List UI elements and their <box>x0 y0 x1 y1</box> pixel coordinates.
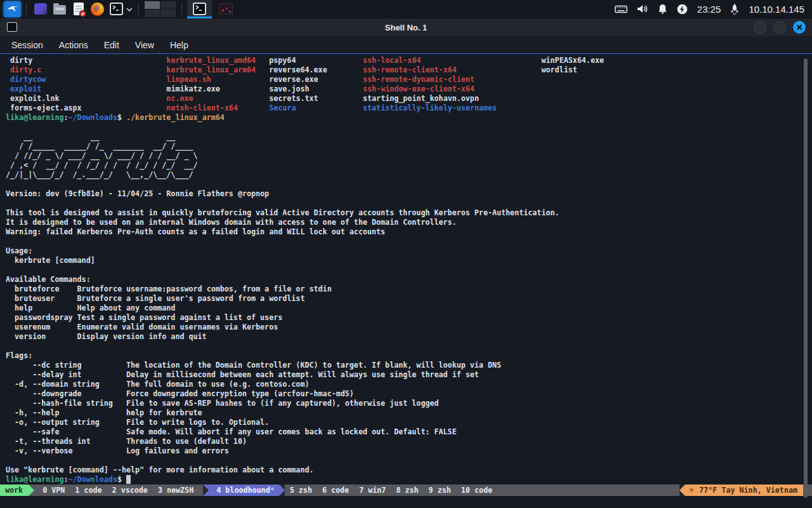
task-terminal-active[interactable] <box>187 0 212 18</box>
volume-icon[interactable] <box>637 4 648 14</box>
terminal-line: -t, --threads int Threads to use (defaul… <box>6 437 812 446</box>
terminal-line: --delay int Delay in millisecond between… <box>6 370 812 380</box>
desktop-1[interactable] <box>145 1 160 9</box>
terminal-line: / //_/ _ \/ ___/ __ \/ ___/ / / / __/ _ … <box>6 151 812 161</box>
menu-item-actions[interactable]: Actions <box>56 39 91 51</box>
tmux-window[interactable]: 5 zsh <box>285 485 317 496</box>
terminal-line: exploit mimikatz.exe save.josh ssh-windo… <box>6 84 812 94</box>
terminal-line: userenum Enumerate valid domain username… <box>6 323 812 332</box>
terminal-line: passwordspray Test a single password aga… <box>6 313 812 323</box>
folder-icon <box>53 5 66 15</box>
terminal-line: / /_____ _____/ /_ _______ __/ /____ <box>6 142 812 151</box>
terminal-line <box>6 342 812 351</box>
powerline-arrow <box>279 485 285 496</box>
terminal-line: Use "kerbrute [command] --help" for more… <box>6 465 812 475</box>
terminal-line: lika@learning:~/Downloads$ ./kerbrute_li… <box>6 113 812 123</box>
terminal-line: Flags: <box>6 351 812 361</box>
terminal-line: --downgrade Force downgraded encryption … <box>6 389 812 399</box>
terminal-line <box>6 237 812 246</box>
top-panel: 23:25 10.10.14.145 <box>0 0 812 18</box>
tmux-window[interactable]: 1 code <box>70 485 107 496</box>
terminal-line <box>6 123 812 132</box>
menu-item-edit[interactable]: Edit <box>102 39 122 51</box>
tmux-window[interactable]: 10 code <box>456 485 497 496</box>
text-editor-launcher[interactable] <box>70 1 87 18</box>
desktop-3[interactable] <box>145 10 160 17</box>
tmux-status-bar: work 0 VPN1 code2 vscode3 newZSH- 4 bloo… <box>0 485 812 496</box>
terminal-line: exploit.lnk nc.exe secrets.txt starting_… <box>6 94 812 104</box>
tmux-weather-segment: ☀ 77°F Tay Ninh, Vietnam <box>679 485 803 496</box>
clock[interactable]: 23:25 <box>697 4 721 15</box>
terminal-line: / ,< / __/ / / /_/ / / / /_/ / /_/ __/ <box>6 161 812 170</box>
terminal-line: Version: dev (9cfb81e) - 11/04/25 - Ronn… <box>6 189 812 199</box>
terminal-line: -o, --output string File to write logs t… <box>6 418 812 427</box>
screen: 23:25 10.10.14.145 Shell No. 1 SessionAc… <box>0 0 812 508</box>
virtual-desktop-pager[interactable] <box>144 1 176 18</box>
vpn-rocket-icon[interactable] <box>730 4 739 15</box>
terminal-line: bruteuser Bruteforce a single user's pas… <box>6 294 812 304</box>
scrollbar[interactable] <box>804 58 808 498</box>
menu-item-help[interactable]: Help <box>167 39 191 51</box>
close-button[interactable] <box>793 21 806 34</box>
terminal-line: It is designed to be used on an internal… <box>6 218 812 227</box>
keyboard-icon[interactable] <box>615 4 627 14</box>
terminal-line: forms-eject.aspx netsh-client-x64 Secura… <box>6 104 812 113</box>
window-controls <box>754 21 806 34</box>
desktop-4[interactable] <box>160 10 176 17</box>
terminal-line: -d, --domain string The full domain to u… <box>6 380 812 389</box>
tmux-window[interactable]: 2 vscode <box>107 485 153 496</box>
terminal-icon <box>193 3 206 15</box>
kali-menu-button[interactable] <box>4 1 21 17</box>
terminal-icon <box>110 3 123 15</box>
terminal-line: --safe Safe mode. Will abort if any user… <box>6 427 812 437</box>
desktop-2[interactable] <box>160 1 176 9</box>
tmux-window[interactable]: 0 VPN <box>37 485 70 496</box>
terminal-line: dirtycow linpeas.sh reverse.exe ssh-remo… <box>6 75 812 84</box>
menubar: SessionActionsEditViewHelp <box>0 36 812 53</box>
power-manager-icon[interactable] <box>677 4 688 15</box>
chevron-down-icon[interactable] <box>126 3 133 15</box>
powerline-arrow <box>203 485 209 496</box>
sun-icon: ☀ <box>688 486 695 495</box>
menu-item-view[interactable]: View <box>133 39 157 51</box>
titlebar[interactable]: Shell No. 1 <box>0 18 812 36</box>
tmux-window[interactable]: 7 win7 <box>354 485 391 496</box>
vpn-ip-address[interactable]: 10.10.14.145 <box>749 4 804 15</box>
minimize-button[interactable] <box>754 21 766 34</box>
window-app-icon <box>34 3 47 15</box>
panel-separator <box>181 3 182 15</box>
terminal-line: __ __ __ <box>6 132 812 142</box>
powerline-arrow <box>29 485 34 496</box>
tmux-session-name[interactable]: work <box>0 485 29 496</box>
terminal-line: bruteforce Bruteforce username:password … <box>6 284 812 294</box>
kali-dragon-icon <box>6 3 18 15</box>
tmux-window[interactable]: 3 newZSH- <box>153 485 203 496</box>
terminal-line: Warning: failed Kerberos Pre-Auth counts… <box>6 227 812 237</box>
file-manager-launcher[interactable] <box>51 1 68 18</box>
terminal-cursor <box>126 475 131 484</box>
terminal-area: dirty kerbrute_linux_amd64 pspy64 ssh-lo… <box>0 53 812 508</box>
maximize-button[interactable] <box>773 21 786 34</box>
menu-item-session[interactable]: Session <box>9 39 46 51</box>
terminal-line <box>6 199 812 208</box>
panel-separator <box>138 3 139 15</box>
kali-undercover-launcher[interactable] <box>32 1 49 18</box>
terminal-line: kerbrute [command] <box>6 256 812 265</box>
terminal-line: dirty kerbrute_linux_amd64 pspy64 ssh-lo… <box>6 56 812 65</box>
terminal-launcher[interactable] <box>108 1 125 18</box>
system-tray: 23:25 10.10.14.145 <box>615 4 804 15</box>
tmux-window-active[interactable]: 4 bloodhound* <box>203 485 285 496</box>
window-title: Shell No. 1 <box>0 23 812 32</box>
panel-separator <box>26 3 27 15</box>
firefox-icon <box>91 3 104 16</box>
terminal-line: help Help about any command <box>6 304 812 313</box>
tmux-window[interactable]: 6 code <box>317 485 354 496</box>
tmux-window[interactable]: 8 zsh <box>391 485 423 496</box>
terminal-line <box>6 265 812 275</box>
terminal-line: --dc string The location of the Domain C… <box>6 361 812 370</box>
tmux-window[interactable]: 9 zsh <box>424 485 456 496</box>
terminal-output[interactable]: dirty kerbrute_linux_amd64 pspy64 ssh-lo… <box>0 54 812 485</box>
notifications-bell-icon[interactable] <box>658 4 667 14</box>
task-window-thumbnail[interactable] <box>219 3 233 15</box>
firefox-launcher[interactable] <box>89 1 106 18</box>
